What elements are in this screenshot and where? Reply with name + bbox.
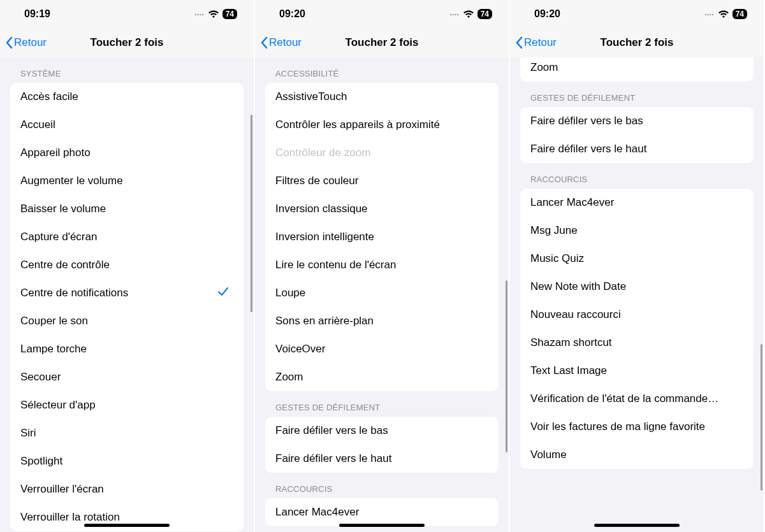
list-item[interactable]: Vérification de l'état de la commande… — [520, 385, 754, 413]
content-area: SYSTÈMEAccès facileAccueilAppareil photo… — [0, 57, 254, 532]
back-label: Retour — [269, 36, 302, 49]
back-label: Retour — [524, 36, 557, 49]
list-item[interactable]: Secouer — [10, 363, 244, 391]
chevron-left-icon — [260, 36, 268, 49]
list-item[interactable]: Loupe — [265, 279, 499, 307]
list-item-label: Appareil photo — [20, 147, 91, 159]
scrollbar[interactable] — [251, 115, 252, 312]
list-item[interactable]: Music Quiz — [520, 245, 754, 273]
nav-bar: RetourToucher 2 fois — [510, 28, 764, 57]
list-item[interactable]: Centre de contrôle — [10, 251, 244, 279]
list-item[interactable]: Sélecteur d'app — [10, 391, 244, 419]
list-item[interactable]: New Note with Date — [520, 273, 754, 301]
list-item-label: Volume — [530, 449, 567, 461]
list-item-label: Verrouiller la rotation — [20, 511, 120, 524]
list-item[interactable]: AssistiveTouch — [265, 83, 499, 111]
list-item-label: Vérification de l'état de la commande… — [530, 392, 718, 405]
content-area: ZoomGESTES DE DÉFILEMENTFaire défiler ve… — [510, 57, 764, 532]
list-item[interactable]: Contrôler les appareils à proximité — [265, 111, 499, 139]
list-item[interactable]: Accueil — [10, 111, 244, 139]
battery-indicator: 74 — [732, 9, 747, 19]
wifi-icon — [718, 10, 729, 18]
list-item[interactable]: Lire le contenu de l'écran — [265, 251, 499, 279]
scroll-area[interactable]: ACCESSIBILITÉAssistiveTouchContrôler les… — [255, 57, 509, 532]
list-item[interactable]: Appareil photo — [10, 139, 244, 167]
list-item-label: Faire défiler vers le haut — [275, 452, 391, 465]
scrollbar[interactable] — [506, 280, 507, 452]
status-bar: 09:19••••74 — [0, 0, 254, 28]
list-item-label: Sélecteur d'app — [20, 399, 96, 412]
list-item-label: Filtres de couleur — [275, 175, 358, 187]
scroll-area[interactable]: ZoomGESTES DE DÉFILEMENTFaire défiler ve… — [510, 57, 764, 532]
list-item[interactable]: Inversion classique — [265, 195, 499, 223]
status-time: 09:19 — [24, 8, 50, 20]
list-item[interactable]: Faire défiler vers le haut — [520, 135, 754, 163]
list-item-label: VoiceOver — [275, 343, 325, 356]
list-item[interactable]: Zoom — [520, 57, 754, 82]
list-item-label: Secouer — [20, 371, 61, 384]
list-item[interactable]: Verrouiller la rotation — [10, 503, 244, 531]
list-item[interactable]: Msg June — [520, 217, 754, 245]
list-item-label: Nouveau raccourci — [530, 308, 621, 321]
back-button[interactable]: Retour — [5, 36, 47, 49]
page-title: Toucher 2 fois — [601, 36, 674, 49]
chevron-left-icon — [515, 36, 523, 49]
wifi-icon — [463, 10, 474, 18]
phone-screen: 09:19••••74RetourToucher 2 foisSYSTÈMEAc… — [0, 0, 254, 532]
battery-indicator: 74 — [222, 9, 237, 19]
list-item[interactable]: Nouveau raccourci — [520, 301, 754, 329]
list-item[interactable]: Shazam shortcut — [520, 329, 754, 357]
section-header: RACCOURCIS — [510, 163, 764, 189]
scroll-area[interactable]: SYSTÈMEAccès facileAccueilAppareil photo… — [0, 57, 254, 532]
list-item[interactable]: Baisser le volume — [10, 195, 244, 223]
list-item[interactable]: Zoom — [265, 363, 499, 391]
back-button[interactable]: Retour — [515, 36, 557, 49]
list-item[interactable]: Augmenter le volume — [10, 167, 244, 195]
list-item[interactable]: Filtres de couleur — [265, 167, 499, 195]
checkmark-icon — [218, 287, 228, 296]
list-item[interactable]: Accès facile — [10, 83, 244, 111]
list-item-label: Lancer Mac4ever — [275, 506, 359, 519]
cell-signal-icon: •••• — [194, 11, 204, 17]
scrollbar[interactable] — [761, 344, 762, 491]
list-item[interactable]: Siri — [10, 419, 244, 447]
list-item[interactable]: Lancer Mac4ever — [520, 189, 754, 217]
list-item-label: Accueil — [20, 119, 55, 131]
list-item-label: Lancer Mac4ever — [530, 196, 614, 209]
list-item[interactable]: Inversion intelligente — [265, 223, 499, 251]
home-indicator[interactable] — [594, 524, 680, 527]
home-indicator[interactable] — [84, 524, 170, 527]
phone-screen: 09:20••••74RetourToucher 2 foisACCESSIBI… — [255, 0, 509, 532]
list-item[interactable]: Spotlight — [10, 447, 244, 475]
list-item[interactable]: VoiceOver — [265, 335, 499, 363]
list-item[interactable]: Centre de notifications — [10, 279, 244, 307]
list-item[interactable]: Faire défiler vers le bas — [265, 417, 499, 445]
list-item-label: Lire le contenu de l'écran — [275, 259, 396, 271]
list-item-label: Verrouiller l'écran — [20, 483, 104, 496]
list-item-label: Loupe — [275, 287, 305, 299]
list-item[interactable]: Lancer Mac4ever — [265, 498, 499, 526]
list-item[interactable]: Verrouiller l'écran — [10, 475, 244, 503]
list-item[interactable]: Volume — [520, 441, 754, 469]
list-item[interactable]: Faire défiler vers le bas — [520, 107, 754, 135]
home-indicator[interactable] — [339, 524, 425, 527]
list-item-label: Zoom — [530, 61, 558, 74]
list-item-label: Voir les factures de ma ligne favorite — [530, 421, 705, 433]
list-item[interactable]: Sons en arrière-plan — [265, 307, 499, 335]
list-item[interactable]: Capture d'écran — [10, 223, 244, 251]
list-item[interactable]: Text Last Image — [520, 357, 754, 385]
list-item[interactable]: Voir les factures de ma ligne favorite — [520, 413, 754, 441]
back-label: Retour — [14, 36, 47, 49]
cell-signal-icon: •••• — [449, 11, 459, 17]
list-item-label: Couper le son — [20, 315, 88, 327]
list-item-label: Zoom — [275, 371, 303, 384]
list-item-label: Centre de contrôle — [20, 259, 110, 271]
list-item[interactable]: Faire défiler vers le haut — [265, 445, 499, 473]
list-item[interactable]: Couper le son — [10, 307, 244, 335]
battery-indicator: 74 — [477, 9, 492, 19]
list-item[interactable]: Lampe torche — [10, 335, 244, 363]
status-right: ••••74 — [194, 9, 237, 19]
list-group: Faire défiler vers le basFaire défiler v… — [520, 107, 754, 163]
back-button[interactable]: Retour — [260, 36, 302, 49]
list-item-label: Music Quiz — [530, 252, 584, 265]
